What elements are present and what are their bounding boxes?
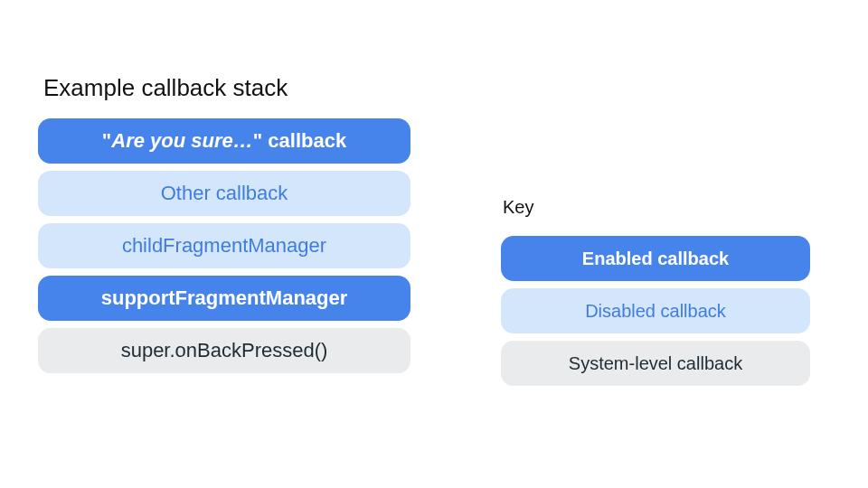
legend-item-label: System-level callback bbox=[569, 353, 742, 374]
stack-item-label: supportFragmentManager bbox=[101, 286, 348, 310]
legend-column: Key Enabled callback Disabled callback S… bbox=[501, 197, 810, 393]
stack-item-label: Other callback bbox=[161, 182, 288, 205]
stack-item-support-fragment-manager: supportFragmentManager bbox=[38, 276, 410, 321]
legend-title: Key bbox=[501, 197, 810, 218]
legend-item-system: System-level callback bbox=[501, 341, 810, 386]
stack-item-suffix: " callback bbox=[253, 129, 346, 153]
stack-item-other-callback: Other callback bbox=[38, 171, 410, 216]
legend-item-enabled: Enabled callback bbox=[501, 236, 810, 281]
legend-item-label: Enabled callback bbox=[582, 249, 729, 269]
stack-item-label: childFragmentManager bbox=[122, 234, 326, 258]
legend-item-label: Disabled callback bbox=[585, 301, 726, 322]
stack-item-italic: Are you sure… bbox=[111, 129, 253, 153]
stack-title: Example callback stack bbox=[38, 74, 410, 102]
stack-item-label: super.onBackPressed() bbox=[121, 339, 328, 362]
stack-item-child-fragment-manager: childFragmentManager bbox=[38, 223, 410, 268]
stack-item-are-you-sure: "Are you sure…" callback bbox=[38, 118, 410, 164]
callback-stack-column: Example callback stack "Are you sure…" c… bbox=[38, 74, 410, 380]
stack-item-super-on-back-pressed: super.onBackPressed() bbox=[38, 328, 410, 373]
stack-item-prefix: " bbox=[102, 129, 111, 153]
legend-item-disabled: Disabled callback bbox=[501, 288, 810, 333]
